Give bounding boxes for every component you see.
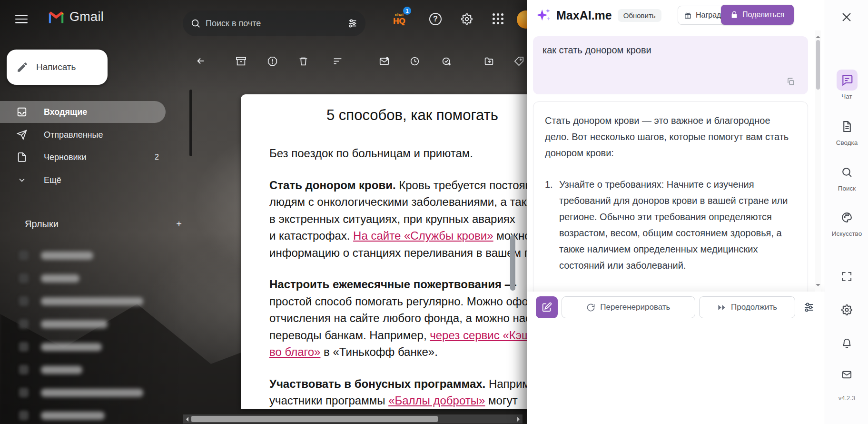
mark-unread-button[interactable]: [374, 50, 395, 71]
sidebar-item-more[interactable]: Ещё: [0, 169, 166, 191]
chat-scrollbar-handle[interactable]: [816, 40, 820, 90]
scroll-right-arrow[interactable]: [515, 414, 523, 424]
rail-tab-label: Искусство: [832, 230, 862, 237]
rail-tab-label: Чат: [841, 93, 852, 100]
label-item-redacted[interactable]: [0, 267, 166, 290]
edit-pencil-icon: [542, 302, 552, 313]
search-icon: [841, 166, 853, 178]
response-settings-button[interactable]: [801, 299, 817, 315]
horizontal-scroll-track[interactable]: [190, 414, 515, 424]
scroll-left-arrow[interactable]: [183, 414, 190, 424]
email-text: простой способ помогать регулярно. Можно…: [269, 295, 560, 308]
help-button[interactable]: ?: [424, 8, 446, 30]
mail-unread-icon: [379, 56, 389, 66]
label-icon: [19, 273, 29, 283]
label-item-redacted[interactable]: [0, 290, 166, 313]
label-item-redacted[interactable]: [0, 313, 166, 335]
email-text: участники программы: [269, 394, 388, 407]
label-tag-icon: [514, 56, 524, 66]
email-link[interactable]: во благо»: [269, 345, 320, 358]
horizontal-scrollbar[interactable]: [183, 414, 523, 424]
email-link[interactable]: На сайте «Службы крови»: [353, 229, 493, 242]
folder-move-icon: [484, 56, 494, 66]
email-link[interactable]: «Баллы доброты»: [388, 394, 485, 407]
lock-icon: [730, 11, 738, 19]
search-filter-icon[interactable]: [347, 18, 358, 29]
label-item-redacted[interactable]: [0, 244, 166, 267]
delete-button[interactable]: [293, 50, 314, 71]
copy-button[interactable]: [783, 74, 798, 89]
rail-tab-chat[interactable]: Чат: [825, 70, 868, 100]
label-item-redacted[interactable]: [0, 381, 166, 404]
arrow-left-icon: [196, 56, 206, 66]
sidebar-item-label: Ещё: [44, 175, 61, 185]
compose-button[interactable]: Написать: [7, 50, 108, 85]
archive-button[interactable]: [230, 50, 251, 71]
rail-tab-art[interactable]: Искусство: [825, 207, 868, 237]
palette-icon: [841, 212, 853, 223]
label-text-redacted: [41, 297, 143, 305]
labels-list: [0, 244, 166, 424]
fullscreen-button[interactable]: [837, 267, 856, 286]
trash-icon: [298, 56, 308, 66]
document-scrollbar-handle[interactable]: [510, 235, 515, 291]
copy-icon: [786, 77, 795, 86]
mail-button[interactable]: [837, 365, 856, 384]
labels-button[interactable]: [508, 50, 529, 71]
settings-button[interactable]: [456, 8, 478, 30]
edit-response-button[interactable]: [536, 296, 558, 318]
gear-icon: [461, 13, 473, 25]
chathq-extension-button[interactable]: chatHQ 1: [388, 8, 410, 30]
settings-button[interactable]: [837, 300, 856, 319]
thread-scrollbar[interactable]: [189, 90, 192, 156]
document-icon: [841, 121, 853, 132]
email-text: людям с онкологическими заболеваниями, а…: [269, 195, 541, 208]
inbox-icon: [17, 107, 27, 117]
rail-tab-search[interactable]: Поиск: [825, 162, 868, 192]
label-item-redacted[interactable]: [0, 358, 166, 381]
back-button[interactable]: [190, 50, 211, 71]
label-item-redacted[interactable]: [0, 335, 166, 358]
label-item-redacted[interactable]: [0, 404, 166, 424]
maxai-sparkle-logo-icon: [535, 7, 552, 23]
chat-scrollbar[interactable]: [815, 30, 821, 292]
scroll-down-arrow[interactable]: [816, 284, 820, 289]
label-icon: [19, 251, 29, 260]
chat-bubble-icon: [841, 74, 853, 86]
sidebar-item-inbox[interactable]: Входящие: [0, 101, 166, 123]
horizontal-scroll-handle[interactable]: [191, 416, 438, 422]
rail-tab-label: Сводка: [836, 139, 858, 146]
regenerate-button[interactable]: Перегенерировать: [562, 296, 695, 318]
report-spam-button[interactable]: [262, 50, 283, 71]
search-input[interactable]: [206, 19, 343, 29]
pencil-icon: [16, 61, 29, 73]
rail-tab-summary[interactable]: Сводка: [825, 116, 868, 146]
share-button[interactable]: Поделиться: [721, 5, 794, 25]
close-icon: [841, 11, 852, 23]
label-text-redacted: [41, 320, 108, 328]
sidebar-item-label: Входящие: [44, 107, 87, 117]
sidebar-item-sent[interactable]: Отправленные: [0, 124, 166, 146]
scroll-up-arrow[interactable]: [816, 33, 820, 38]
close-panel-button[interactable]: [837, 8, 856, 27]
label-text-redacted: [41, 274, 79, 283]
maxai-bottom-section: Перегенерировать Продолжить: [527, 292, 825, 424]
add-to-tasks-button[interactable]: [436, 50, 457, 71]
apps-grid-button[interactable]: [487, 8, 509, 30]
notifications-button[interactable]: [837, 333, 856, 353]
document-scrollbar[interactable]: [510, 94, 515, 409]
main-menu-button[interactable]: [10, 8, 32, 30]
search-icon[interactable]: [190, 18, 201, 29]
add-label-button[interactable]: +: [169, 214, 188, 233]
continue-button[interactable]: Продолжить: [699, 296, 795, 318]
sort-button[interactable]: [327, 50, 348, 71]
fast-forward-icon: [717, 303, 726, 312]
update-badge[interactable]: Обновить: [618, 9, 661, 22]
user-message-text: как стать донором крови: [542, 45, 651, 55]
email-text: переводы банкам. Например,: [269, 329, 430, 342]
sidebar-item-drafts[interactable]: Черновики 2: [0, 146, 166, 168]
sidebar-item-label: Черновики: [44, 152, 87, 162]
snooze-button[interactable]: [404, 50, 425, 71]
move-to-button[interactable]: [478, 50, 499, 71]
label-icon: [19, 388, 29, 397]
